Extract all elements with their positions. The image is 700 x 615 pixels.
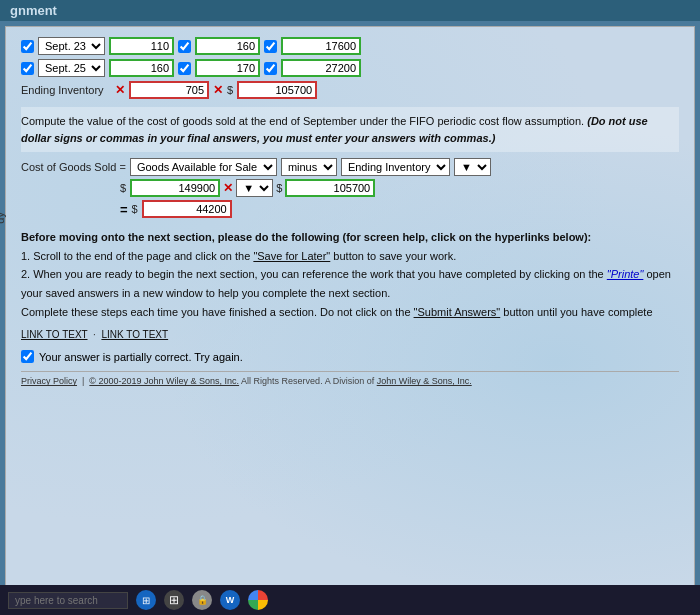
sept25-dropdown[interactable]: Sept. 25 — [38, 59, 105, 77]
answer-status-text: Your answer is partially correct. Try ag… — [39, 351, 243, 363]
taskbar: ⊞ ⊞ 🔒 W — [0, 585, 700, 615]
privacy-policy-link[interactable]: Privacy Policy — [21, 376, 77, 386]
cogs-equals: = — [120, 202, 128, 217]
sept25-checkbox2[interactable] — [178, 62, 191, 75]
sept23-checkbox2[interactable] — [178, 40, 191, 53]
chrome-icon[interactable] — [248, 590, 268, 610]
ending-inventory-qty[interactable] — [129, 81, 209, 99]
cogs-xmark1: ✕ — [223, 181, 233, 195]
ending-inventory-value[interactable] — [237, 81, 317, 99]
cogs-dollar1: $ — [120, 182, 126, 194]
submit-answers-link[interactable]: "Submit Answers" — [414, 306, 501, 318]
ending-inventory-dollar: $ — [227, 84, 233, 96]
left-margin-label: dy — [0, 212, 6, 224]
ending-inventory-xmark: ✕ — [115, 83, 125, 97]
save-later-link[interactable]: "Save for Later" — [253, 250, 330, 262]
cogs-result[interactable] — [142, 200, 232, 218]
cogs-formula-row: Cost of Goods Sold = Goods Available for… — [21, 158, 679, 176]
windows-icon[interactable]: ⊞ — [136, 590, 156, 610]
ending-inventory-label: Ending Inventory — [21, 84, 111, 96]
cogs-dollar3: $ — [132, 203, 138, 215]
ending-inventory-xmark2: ✕ — [213, 83, 223, 97]
before-moving-step2: 2. When you are ready to begin the next … — [21, 265, 679, 302]
page-footer: Privacy Policy | © 2000-2019 John Wiley … — [21, 371, 679, 386]
cogs-section: Cost of Goods Sold = Goods Available for… — [21, 158, 679, 218]
instruction-block: Compute the value of the cost of goods s… — [21, 107, 679, 152]
cogs-dropdown4[interactable]: ▼ — [236, 179, 273, 197]
cogs-dollar2: $ — [276, 182, 282, 194]
sept23-checkbox2-container[interactable] — [178, 40, 191, 53]
sept25-checkbox3[interactable] — [264, 62, 277, 75]
cogs-label: Cost of Goods Sold = — [21, 161, 126, 173]
cogs-dropdown3[interactable]: ▼ — [454, 158, 491, 176]
cogs-values-row1: $ ✕ ▼ $ — [21, 179, 679, 197]
before-moving-title: Before moving onto the next section, ple… — [21, 228, 679, 247]
word-icon[interactable]: W — [220, 590, 240, 610]
taskbar-search[interactable] — [8, 592, 128, 609]
cogs-dropdown1[interactable]: Goods Available for Sale — [130, 158, 277, 176]
before-moving-step3: Complete these steps each time you have … — [21, 303, 679, 322]
sept25-checkbox3-container[interactable] — [264, 62, 277, 75]
copyright-link[interactable]: © 2000-2019 John Wiley & Sons, Inc. — [89, 376, 239, 386]
sept25-checkbox1-container[interactable] — [21, 62, 34, 75]
sept25-row: Sept. 25 — [21, 59, 679, 77]
copyright-text: © 2000-2019 John Wiley & Sons, Inc. All … — [89, 376, 471, 386]
sept25-price[interactable] — [195, 59, 260, 77]
main-content: dy Sept. 23 Sept. 25 — [5, 26, 695, 586]
grid-icon[interactable]: ⊞ — [164, 590, 184, 610]
instruction-main: Compute the value of the cost of goods s… — [21, 115, 584, 127]
sept23-checkbox1-container[interactable] — [21, 40, 34, 53]
taskbar-search-icon[interactable]: 🔒 — [192, 590, 212, 610]
answer-status-row: Your answer is partially correct. Try ag… — [21, 350, 679, 363]
print-link[interactable]: "Printe" — [607, 268, 644, 280]
link-to-text-2[interactable]: LINK TO TEXT — [101, 329, 168, 340]
sept25-checkbox1[interactable] — [21, 62, 34, 75]
cogs-values-row2: = $ — [21, 200, 679, 218]
cogs-value2[interactable] — [285, 179, 375, 197]
links-row: LINK TO TEXT · LINK TO TEXT — [21, 329, 679, 340]
before-moving-step1: 1. Scroll to the end of the page and cli… — [21, 247, 679, 266]
before-moving-section: Before moving onto the next section, ple… — [21, 228, 679, 321]
answer-status-checkbox[interactable] — [21, 350, 34, 363]
sept25-checkbox2-container[interactable] — [178, 62, 191, 75]
title-text: gnment — [10, 3, 57, 18]
title-bar: gnment — [0, 0, 700, 21]
cogs-operator-dropdown[interactable]: minus plus — [281, 158, 337, 176]
sept23-dropdown[interactable]: Sept. 23 — [38, 37, 105, 55]
link-to-text-1[interactable]: LINK TO TEXT — [21, 329, 88, 340]
sept23-price[interactable] — [195, 37, 260, 55]
sept23-checkbox3-container[interactable] — [264, 40, 277, 53]
sept25-total[interactable] — [281, 59, 361, 77]
sept23-checkbox3[interactable] — [264, 40, 277, 53]
cogs-value1[interactable] — [130, 179, 220, 197]
ending-inventory-row: Ending Inventory ✕ ✕ $ — [21, 81, 679, 99]
sept23-qty[interactable] — [109, 37, 174, 55]
cogs-dropdown2[interactable]: Ending Inventory — [341, 158, 450, 176]
sept25-qty[interactable] — [109, 59, 174, 77]
company-link[interactable]: John Wiley & Sons, Inc. — [377, 376, 472, 386]
sept23-checkbox1[interactable] — [21, 40, 34, 53]
sept23-row: Sept. 23 — [21, 37, 679, 55]
footer-all-rights: All Rights Reserved. A Division of — [241, 376, 374, 386]
sept23-total[interactable] — [281, 37, 361, 55]
